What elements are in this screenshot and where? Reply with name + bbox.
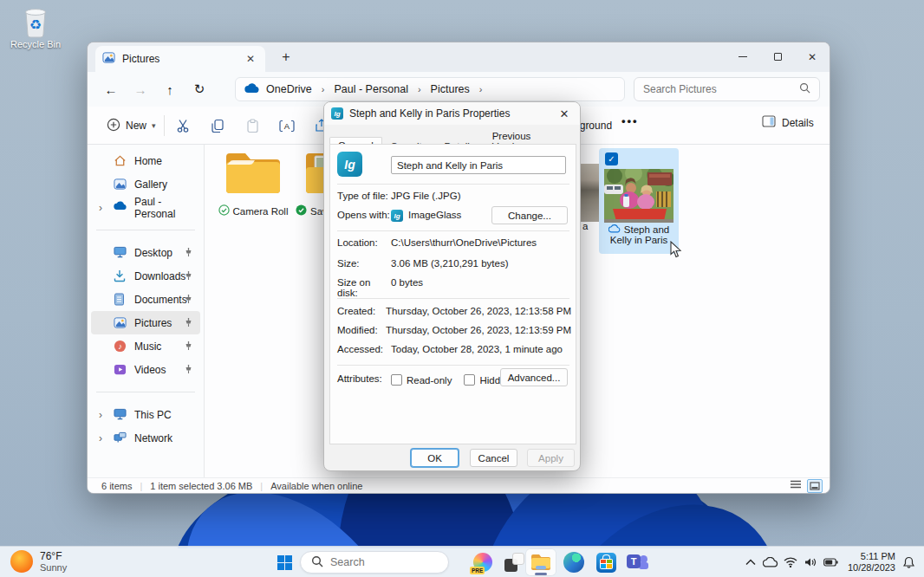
file-tile-camera-roll[interactable]: Camera Roll (214, 148, 292, 242)
back-icon[interactable]: ← (96, 82, 126, 97)
file-name: Camera Roll (233, 206, 289, 217)
breadcrumb-onedrive[interactable]: OneDrive (266, 83, 312, 95)
type-value: JPG File (.JPG) (391, 191, 461, 204)
minimize-button[interactable] (726, 42, 760, 71)
battery-icon[interactable] (821, 558, 841, 567)
breadcrumb-pictures[interactable]: Pictures (431, 83, 470, 95)
sidebar-item-home[interactable]: Home (91, 149, 200, 172)
up-icon[interactable]: ↑ (155, 82, 185, 97)
readonly-checkbox[interactable] (391, 374, 402, 386)
synced-online-badge (218, 204, 230, 217)
file-name-line2: Kelly in Paris (599, 235, 679, 245)
forward-icon[interactable]: → (126, 82, 155, 97)
thumbnail-view-icon[interactable] (807, 479, 823, 493)
volume-icon[interactable] (801, 557, 821, 567)
sidebar-item-downloads[interactable]: Downloads (91, 264, 200, 288)
explorer-search[interactable] (634, 77, 820, 101)
sidebar-item-desktop[interactable]: Desktop (91, 241, 200, 264)
clock[interactable]: 5:11 PM 10/28/2023 (848, 551, 895, 574)
cloud-status-icon (608, 224, 621, 235)
list-view-icon[interactable] (790, 479, 802, 492)
hidden-checkbox[interactable] (464, 374, 475, 386)
file-name-partial: a (582, 221, 588, 231)
mouse-cursor (670, 241, 682, 261)
sidebar-item-gallery[interactable]: Gallery (91, 172, 200, 196)
copy-icon[interactable] (204, 116, 231, 135)
breadcrumb[interactable]: OneDrive › Paul - Personal › Pictures › (235, 77, 625, 101)
taskbar-app-squares[interactable] (500, 549, 530, 575)
chevron-right-icon[interactable]: › (99, 202, 102, 214)
svg-text:A: A (284, 121, 290, 131)
apply-button[interactable]: Apply (527, 449, 575, 467)
taskbar-edge[interactable] (559, 549, 589, 575)
new-tab-button[interactable]: + (277, 49, 296, 65)
home-icon (114, 154, 127, 168)
selection-checkbox[interactable]: ✓ (605, 152, 618, 165)
recycle-bin-shortcut[interactable]: ♻ Recycle Bin (7, 5, 64, 49)
folder-icon (214, 148, 292, 201)
new-button[interactable]: New ▾ (100, 114, 163, 137)
breadcrumb-paul-personal[interactable]: Paul - Personal (334, 83, 407, 95)
sidebar-item-network[interactable]: › Network (91, 426, 200, 450)
taskbar-copilot[interactable]: PRE (468, 549, 498, 575)
chevron-right-icon[interactable]: › (318, 84, 329, 94)
file-tile-steph-kelly[interactable]: ✓ (599, 148, 679, 254)
chevron-right-icon[interactable]: › (99, 432, 102, 444)
location-value: C:\Users\thurr\OneDrive\Pictures (391, 237, 537, 250)
clock-date: 10/28/2023 (848, 562, 895, 574)
modified-label: Modified: (337, 325, 386, 338)
notifications-bell-icon[interactable] (899, 556, 919, 568)
accessed-label: Accessed: (337, 344, 391, 357)
desktop-icon (114, 246, 127, 260)
cancel-button[interactable]: Cancel (470, 449, 517, 467)
onedrive-cloud-icon (244, 83, 260, 96)
recycle-bin-icon: ♻ (7, 5, 64, 38)
sidebar-item-pictures[interactable]: Pictures (91, 311, 200, 334)
imageglass-icon: Ig (391, 210, 403, 222)
explorer-search-input[interactable] (643, 83, 799, 95)
dialog-titlebar: Ig Steph and Kelly in Paris Properties ✕ (324, 102, 580, 125)
sidebar-item-documents[interactable]: Documents (91, 288, 200, 311)
pictures-icon (114, 316, 127, 330)
chevron-right-icon[interactable]: › (476, 84, 486, 94)
sidebar-item-videos[interactable]: Videos (91, 358, 200, 381)
more-options-icon[interactable]: ••• (621, 114, 639, 127)
tab-close-icon[interactable]: ✕ (243, 51, 258, 67)
taskbar-file-explorer[interactable] (526, 549, 556, 575)
sidebar-item-onedrive[interactable]: › Paul - Personal (91, 196, 200, 219)
dialog-close-icon[interactable]: ✕ (556, 107, 573, 120)
modified-value: Thursday, October 26, 2023, 12:13:59 PM (386, 325, 571, 338)
refresh-icon[interactable]: ↻ (185, 81, 214, 97)
rename-icon[interactable]: A (273, 116, 301, 135)
wifi-icon[interactable] (781, 557, 801, 567)
details-toggle[interactable]: Details (762, 115, 814, 130)
new-button-label: New (126, 120, 146, 132)
start-button[interactable] (274, 553, 295, 572)
sidebar-item-this-pc[interactable]: › This PC (91, 403, 200, 426)
weather-condition: Sunny (40, 562, 67, 573)
documents-icon (114, 293, 127, 307)
taskbar-store[interactable] (591, 549, 621, 575)
close-button[interactable]: ✕ (795, 42, 830, 71)
sidebar-item-music[interactable]: ♪ Music (91, 334, 200, 358)
status-bar: 6 items | 1 item selected 3.06 MB | Avai… (88, 477, 830, 494)
tab-pictures[interactable]: Pictures ✕ (95, 46, 265, 72)
taskbar-search-input[interactable] (330, 556, 470, 568)
advanced-button[interactable]: Advanced... (500, 368, 568, 386)
opens-with-value: ImageGlass (408, 210, 461, 223)
tray-chevron-up-icon[interactable] (741, 559, 761, 566)
chevron-right-icon[interactable]: › (414, 84, 425, 94)
weather-widget[interactable]: 76°F Sunny (10, 550, 67, 573)
chevron-down-icon: ▾ (152, 121, 156, 130)
paste-icon[interactable] (238, 116, 266, 135)
onedrive-tray-icon[interactable] (761, 557, 781, 567)
cut-icon[interactable] (169, 116, 197, 135)
this-pc-icon (114, 408, 127, 422)
ok-button[interactable]: OK (411, 449, 459, 467)
chevron-right-icon[interactable]: › (99, 409, 102, 421)
taskbar-search[interactable] (300, 551, 449, 574)
filename-input[interactable] (391, 156, 566, 174)
change-button[interactable]: Change... (491, 206, 568, 224)
taskbar-teams[interactable]: T (622, 549, 652, 575)
maximize-button[interactable] (760, 42, 795, 71)
